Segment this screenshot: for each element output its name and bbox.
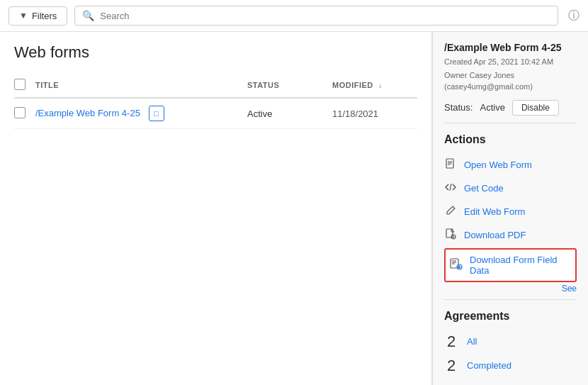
row-checkbox[interactable]	[14, 107, 26, 118]
row-title[interactable]: /Example Web Form 4-25	[35, 108, 140, 118]
column-header-check	[14, 73, 35, 98]
form-link-icon[interactable]: □	[149, 106, 164, 121]
left-panel: Web forms TITLE STATUS MODIFIED ↓	[0, 32, 432, 385]
row-status: Active	[247, 108, 272, 119]
status-row: Status: Active Disable	[444, 100, 577, 116]
filters-label: Filters	[32, 11, 57, 21]
action-get-code[interactable]: Get Code	[444, 177, 577, 200]
select-all-checkbox[interactable]	[14, 79, 26, 90]
detail-owner: Owner Casey Jones (casey4umg@gmail.com)	[444, 69, 577, 93]
action-download-pdf-label: Download PDF	[464, 230, 526, 240]
action-open-web-form[interactable]: Open Web Form	[444, 153, 577, 177]
divider-1	[444, 123, 577, 123]
status-label: Status:	[444, 102, 473, 113]
action-download-form-field-data[interactable]: Download Form Field Data	[444, 248, 577, 282]
agreements-completed-row: 2 Completed	[444, 354, 577, 378]
row-checkbox-cell	[14, 98, 35, 129]
column-header-status: STATUS	[247, 73, 332, 98]
detail-created: Created Apr 25, 2021 10:42 AM	[444, 56, 577, 68]
search-bar: 🔍	[74, 6, 558, 26]
row-modified: 11/18/2021	[332, 108, 378, 119]
detail-title: /Example Web Form 4-25	[444, 42, 577, 53]
divider-2	[444, 299, 577, 300]
table-row[interactable]: /Example Web Form 4-25 □ Active 11/18/20…	[14, 98, 417, 129]
agreements-completed-label[interactable]: Completed	[467, 360, 511, 371]
table-header-row: TITLE STATUS MODIFIED ↓	[14, 73, 417, 98]
see-more-link[interactable]: See	[444, 284, 577, 294]
agreements-all-row: 2 All	[444, 330, 577, 354]
action-download-pdf[interactable]: Download PDF	[444, 223, 577, 247]
status-value: Active	[480, 102, 504, 113]
page-title: Web forms	[14, 43, 417, 62]
filter-icon: ▼	[19, 11, 28, 21]
agreements-title: Agreements	[444, 310, 577, 323]
actions-title: Actions	[444, 133, 577, 146]
web-forms-table: TITLE STATUS MODIFIED ↓	[14, 73, 417, 129]
column-header-title: TITLE	[35, 73, 247, 98]
download-form-field-data-icon	[450, 257, 463, 272]
edit-web-form-icon	[444, 205, 457, 218]
disable-button[interactable]: Disable	[512, 100, 559, 116]
toolbar: ▼ Filters 🔍 ⓘ	[0, 0, 588, 32]
row-modified-cell: 11/18/2021	[332, 98, 417, 129]
open-web-form-icon	[444, 158, 457, 172]
sort-icon: ↓	[378, 82, 383, 89]
svg-line-4	[450, 184, 451, 191]
search-icon: 🔍	[82, 10, 94, 21]
agreements-all-count: 2	[444, 333, 458, 351]
search-input[interactable]	[100, 11, 550, 21]
column-header-modified[interactable]: MODIFIED ↓	[332, 73, 417, 98]
agreements-section: Agreements 2 All 2 Completed	[444, 310, 577, 378]
get-code-icon	[444, 182, 457, 195]
row-status-cell: Active	[247, 98, 332, 129]
action-get-code-label: Get Code	[464, 183, 504, 194]
action-download-form-field-data-label: Download Form Field Data	[470, 255, 571, 276]
info-icon[interactable]: ⓘ	[568, 9, 579, 23]
main-content: Web forms TITLE STATUS MODIFIED ↓	[0, 32, 588, 385]
action-edit-web-form[interactable]: Edit Web Form	[444, 200, 577, 223]
row-title-cell: /Example Web Form 4-25 □	[35, 98, 247, 129]
action-edit-web-form-label: Edit Web Form	[464, 206, 525, 217]
detail-header: /Example Web Form 4-25 Created Apr 25, 2…	[444, 42, 577, 93]
agreements-all-label[interactable]: All	[467, 336, 477, 347]
right-panel: /Example Web Form 4-25 Created Apr 25, 2…	[432, 32, 588, 385]
action-open-web-form-label: Open Web Form	[464, 160, 532, 170]
filters-button[interactable]: ▼ Filters	[9, 6, 67, 26]
download-pdf-icon	[444, 228, 457, 242]
agreements-completed-count: 2	[444, 357, 458, 375]
